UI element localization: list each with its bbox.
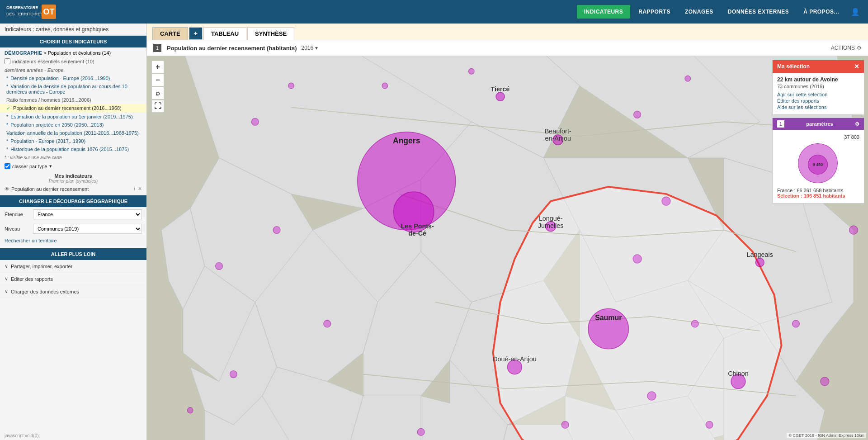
content-area: CARTE + TABLEAU SYNTHÈSE 1 Population au… xyxy=(147,24,868,440)
svg-text:Longué-Jumelles: Longué-Jumelles xyxy=(538,215,564,229)
logo-svg: OBSERVATOIRE DES TERRITOIRES OT xyxy=(5,2,59,22)
close-indicator-icon[interactable]: ✕ xyxy=(138,186,142,192)
svg-point-35 xyxy=(216,262,223,270)
sidebar-title: Indicateurs : cartes, données et graphiq… xyxy=(0,24,146,36)
indicator-pop-europe[interactable]: * Population - Europe (2017...1990) xyxy=(0,137,146,145)
logo-area: OBSERVATOIRE DES TERRITOIRES OT xyxy=(5,2,59,22)
indicator-year[interactable]: 2016 ▾ xyxy=(302,45,318,51)
niveau-row: Niveau Communes (2019) xyxy=(0,222,146,236)
svg-text:OT: OT xyxy=(43,7,55,16)
svg-text:DES TERRITOIRES: DES TERRITOIRES xyxy=(6,12,43,16)
ma-selection-body: 22 km autour de Avoine 73 communes (2019… xyxy=(773,73,864,114)
ma-selection-close-button[interactable]: ✕ xyxy=(854,63,859,70)
visible-note: * : visible sur une autre carte xyxy=(0,153,146,162)
map-controls: + − ⌕ ⛶ xyxy=(151,61,164,113)
population-indicator-label: Population au dernier recensement xyxy=(11,186,89,192)
svg-point-43 xyxy=(382,83,388,89)
nav-donnees-externes[interactable]: DONNÉES EXTERNES xyxy=(722,6,795,18)
geo-section-header[interactable]: CHANGER LE DÉCOUPAGE GÉOGRAPHIQUE xyxy=(0,195,146,207)
zoom-out-button[interactable]: − xyxy=(151,74,164,86)
svg-text:Saumur: Saumur xyxy=(595,314,622,322)
aide-selections-link[interactable]: Aide sur les sélections xyxy=(777,104,859,110)
tab-bar: CARTE + TABLEAU SYNTHÈSE xyxy=(147,24,868,40)
indicator-ratio[interactable]: Ratio femmes / hommes (2016...2006) xyxy=(0,96,146,104)
svg-point-30 xyxy=(288,83,294,89)
indicator-population-recensement[interactable]: ✓ Population au dernier recensement (201… xyxy=(0,104,146,113)
essentiels-checkbox-input[interactable] xyxy=(5,58,10,64)
info-icon[interactable]: i xyxy=(134,186,135,192)
indicator-projetee[interactable]: * Population projetée en 2050 (2050...20… xyxy=(0,121,146,129)
agir-selection-link[interactable]: Agir sur cette sélection xyxy=(777,92,859,97)
map-background: Tiercé Angers Les Ponts-de-Cé Beaufort-e… xyxy=(147,56,868,440)
svg-point-50 xyxy=(821,377,829,386)
actions-button[interactable]: ACTIONS ⚙ xyxy=(831,45,862,51)
indicator-estimation[interactable]: * Estimation de la population au 1er jan… xyxy=(0,113,146,121)
demographie-link[interactable]: DÉMOGRAPHIE xyxy=(5,50,42,56)
rechercher-link-container: Rechercher un territoire xyxy=(0,236,146,246)
svg-point-54 xyxy=(706,421,713,428)
essentiels-label: indicateurs essentiels seulement (10) xyxy=(12,59,94,64)
svg-point-56 xyxy=(633,255,642,263)
tab-carte[interactable]: CARTE xyxy=(152,27,188,40)
choose-indicators-header[interactable]: CHOISIR DES INDICATEURS xyxy=(0,36,146,47)
editer-label: Editer des rapports xyxy=(11,276,53,282)
parametres-gear-icon[interactable]: ⚙ xyxy=(855,121,859,127)
classer-checkbox-input[interactable] xyxy=(5,163,10,169)
niveau-select[interactable]: Communes (2019) xyxy=(33,224,142,234)
header: OBSERVATOIRE DES TERRITOIRES OT INDICATE… xyxy=(0,0,868,24)
aller-plus-loin-header[interactable]: ALLER PLUS LOIN xyxy=(0,248,146,260)
fullscreen-button[interactable]: ⛶ xyxy=(151,100,164,113)
population-indicator-row: 👁 Population au dernier recensement i ✕ xyxy=(0,185,146,193)
nav-indicateurs[interactable]: INDICATEURS xyxy=(577,5,631,19)
sidebar: Indicateurs : cartes, données et graphiq… xyxy=(0,24,147,440)
svg-point-55 xyxy=(691,320,698,327)
nav-rapports[interactable]: RAPPORTS xyxy=(632,6,677,18)
nav-menu: INDICATEURS RAPPORTS ZONAGES DONNÉES EXT… xyxy=(577,5,863,19)
indicator-densite[interactable]: * Densité de population - Europe (2016..… xyxy=(0,74,146,82)
ma-selection-header: Ma sélection ✕ xyxy=(773,60,864,73)
premier-plan-label: Premier plan (symboles) xyxy=(5,179,142,184)
aller-partager[interactable]: ∨ Partager, imprimer, exporter xyxy=(0,260,146,273)
eye-icon[interactable]: 👁 xyxy=(5,186,9,192)
tab-synthese[interactable]: SYNTHÈSE xyxy=(247,27,294,40)
nav-a-propos[interactable]: À PROPOS... xyxy=(797,6,845,18)
svg-point-44 xyxy=(468,68,474,74)
zoom-in-button[interactable]: + xyxy=(151,61,164,73)
svg-text:Tiercé: Tiercé xyxy=(491,85,510,93)
svg-point-47 xyxy=(647,392,656,400)
svg-point-57 xyxy=(662,197,670,205)
indicator-historique[interactable]: * Historique de la population depuis 187… xyxy=(0,145,146,153)
indicator-variation-densite[interactable]: * Variation de la densité de population … xyxy=(0,82,146,96)
arrow-icon-partager: ∨ xyxy=(5,263,8,269)
add-tab-button[interactable]: + xyxy=(189,27,203,40)
arrow-icon-charger: ∨ xyxy=(5,289,8,294)
indicator-variation-annuelle[interactable]: Variation annuelle de la population (201… xyxy=(0,129,146,137)
aller-charger[interactable]: ∨ Charger des données externes xyxy=(0,285,146,298)
ma-selection-panel: Ma sélection ✕ 22 km autour de Avoine 73… xyxy=(772,60,864,115)
svg-text:Beaufort-en-Anjou: Beaufort-en-Anjou xyxy=(545,128,571,142)
svg-text:OBSERVATOIRE: OBSERVATOIRE xyxy=(6,5,38,10)
svg-point-29 xyxy=(251,118,259,125)
sidebar-footer: javascript:void(0); xyxy=(0,431,146,440)
bubble-legend: 9 450 xyxy=(777,143,859,184)
classer-checkbox-row: classer par type ▾ xyxy=(0,162,146,170)
charger-label: Charger des données externes xyxy=(11,289,79,294)
etendue-row: Étendue France xyxy=(0,207,146,222)
svg-point-51 xyxy=(187,407,193,413)
editer-rapports-link[interactable]: Éditer des rapports xyxy=(777,98,859,104)
search-map-button[interactable]: ⌕ xyxy=(151,87,164,99)
rechercher-link[interactable]: Rechercher un territoire xyxy=(5,238,57,243)
map-container[interactable]: Tiercé Angers Les Ponts-de-Cé Beaufort-e… xyxy=(147,56,868,440)
svg-point-22 xyxy=(755,258,764,267)
etendue-select[interactable]: France xyxy=(33,209,142,219)
geographic-section: CHANGER LE DÉCOUPAGE GÉOGRAPHIQUE Étendu… xyxy=(0,195,146,246)
svg-point-48 xyxy=(561,421,569,428)
france-stats: France : 66 361 658 habitants xyxy=(777,188,859,193)
nav-zonages[interactable]: ZONAGES xyxy=(679,6,720,18)
aller-plus-loin-section: ALLER PLUS LOIN ∨ Partager, imprimer, ex… xyxy=(0,248,146,298)
svg-point-46 xyxy=(273,227,280,234)
aller-editer[interactable]: ∨ Editer des rapports xyxy=(0,273,146,285)
legend-top-value: 37 800 xyxy=(777,134,859,140)
tab-tableau[interactable]: TABLEAU xyxy=(203,27,246,40)
user-icon[interactable]: 👤 xyxy=(847,6,863,18)
